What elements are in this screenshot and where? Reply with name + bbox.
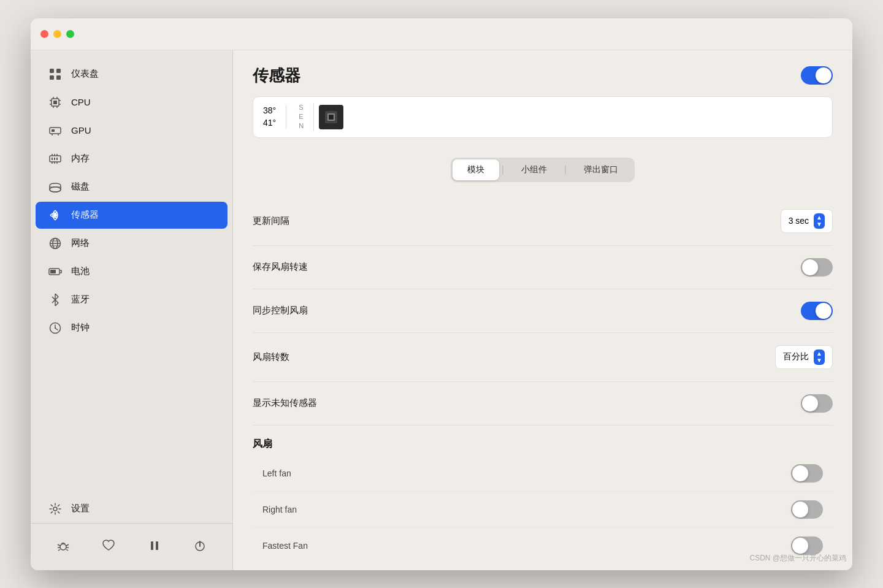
sidebar-item-disk[interactable]: 磁盘 (36, 174, 227, 200)
fan-left-control (791, 464, 823, 483)
fan-fastest-toggle[interactable] (791, 536, 823, 555)
setting-show-unknown-sensor: 显示未知传感器 (253, 382, 833, 426)
power-icon[interactable] (190, 536, 210, 556)
svg-rect-56 (329, 115, 334, 120)
pause-icon[interactable] (145, 536, 164, 556)
sidebar-item-gpu[interactable]: GPU (36, 117, 227, 144)
arrow-down-rpm: ▼ (816, 357, 822, 364)
tab-widget[interactable]: 小组件 (506, 159, 562, 180)
minimize-button[interactable] (53, 30, 61, 38)
update-interval-select[interactable]: 3 sec ▲ ▼ (781, 209, 833, 233)
sidebar-item-gpu-label: GPU (71, 125, 91, 136)
setting-fan-rpm: 风扇转数 百分比 ▲ ▼ (253, 333, 833, 382)
svg-point-41 (55, 327, 56, 329)
svg-point-43 (60, 544, 66, 550)
sidebar: 仪表盘 CPU (31, 50, 233, 570)
fan-right-control (791, 500, 823, 519)
fan-left-toggle[interactable] (791, 464, 823, 483)
memory-icon (48, 151, 63, 166)
fan-rpm-arrows[interactable]: ▲ ▼ (814, 349, 825, 365)
toggle-knob-fan-left (792, 465, 808, 481)
main-window: 仪表盘 CPU (31, 18, 852, 570)
sidebar-item-memory[interactable]: 内存 (36, 145, 227, 172)
sidebar-item-cpu-label: CPU (71, 97, 91, 107)
fan-right: Right fan (253, 492, 833, 528)
sidebar-bottom (31, 523, 232, 560)
clock-icon (48, 321, 63, 335)
svg-rect-3 (56, 75, 61, 80)
bug-icon[interactable] (53, 536, 73, 556)
sidebar-item-clock[interactable]: 时钟 (36, 315, 227, 342)
svg-rect-2 (50, 75, 54, 80)
heart-icon[interactable] (99, 536, 118, 556)
svg-point-30 (53, 213, 57, 217)
save-fan-speed-label: 保存风扇转速 (253, 261, 308, 273)
toggle-knob-unknown-sensor (802, 395, 818, 411)
update-interval-control[interactable]: 3 sec ▲ ▼ (781, 209, 833, 233)
update-interval-label: 更新间隔 (253, 215, 289, 227)
sidebar-item-clock-label: 时钟 (71, 322, 90, 334)
sidebar-item-battery[interactable]: 电池 (36, 258, 227, 285)
svg-line-48 (58, 549, 60, 551)
svg-line-44 (58, 544, 60, 546)
tab-module[interactable]: 模块 (453, 159, 499, 180)
preview-temperature: 38° 41° (263, 105, 286, 129)
tab-separator-1: | (499, 159, 506, 180)
fan-right-toggle[interactable] (791, 500, 823, 519)
tab-bar: 模块 | 小组件 | 弹出窗口 (253, 148, 833, 182)
sidebar-item-settings[interactable]: 设置 (36, 495, 227, 522)
fan-rpm-select[interactable]: 百分比 ▲ ▼ (775, 345, 833, 369)
titlebar (31, 18, 852, 50)
settings-icon (48, 502, 63, 516)
sidebar-item-network[interactable]: 网络 (36, 230, 227, 257)
toggle-knob-fan-speed (802, 259, 818, 275)
sidebar-item-cpu[interactable]: CPU (36, 89, 227, 116)
settings-area: 更新间隔 3 sec ▲ ▼ 保存风扇转速 (233, 182, 852, 570)
arrow-up: ▲ (816, 215, 822, 221)
save-fan-speed-toggle[interactable] (801, 258, 833, 277)
close-button[interactable] (40, 30, 48, 38)
maximize-button[interactable] (66, 30, 74, 38)
fan-rpm-control[interactable]: 百分比 ▲ ▼ (775, 345, 833, 369)
svg-rect-14 (50, 128, 61, 134)
show-unknown-sensor-toggle[interactable] (801, 394, 833, 413)
svg-point-42 (53, 507, 57, 511)
page-title: 传感器 (253, 65, 300, 86)
arrow-down: ▼ (816, 221, 822, 227)
content-area: 传感器 38° 41° S E N (233, 50, 852, 570)
sidebar-item-settings-label: 设置 (71, 503, 90, 514)
tab-separator-2: | (562, 159, 569, 180)
sidebar-item-bluetooth[interactable]: 蓝牙 (36, 286, 227, 313)
tab-popup[interactable]: 弹出窗口 (569, 159, 633, 180)
svg-rect-0 (50, 69, 54, 73)
update-interval-arrows[interactable]: ▲ ▼ (814, 213, 825, 229)
toggle-knob (816, 67, 831, 83)
battery-icon (48, 264, 63, 279)
sidebar-item-sensor-label: 传感器 (71, 209, 99, 221)
setting-update-interval: 更新间隔 3 sec ▲ ▼ (253, 197, 833, 246)
save-fan-speed-control (801, 258, 833, 277)
preview-icon-area: S E N (299, 103, 343, 131)
setting-save-fan-speed: 保存风扇转速 (253, 246, 833, 289)
temp2: 41° (263, 117, 276, 129)
sidebar-item-disk-label: 磁盘 (71, 181, 90, 193)
svg-line-45 (66, 544, 69, 546)
svg-rect-1 (56, 69, 61, 73)
sidebar-item-network-label: 网络 (71, 237, 90, 249)
fan-left: Left fan (253, 456, 833, 492)
sidebar-item-sensor[interactable]: 传感器 (36, 202, 227, 229)
preview-bar: 38° 41° S E N (253, 96, 833, 138)
sidebar-item-dashboard[interactable]: 仪表盘 (36, 61, 227, 88)
bottom-toolbar (31, 531, 232, 560)
traffic-lights (40, 30, 74, 38)
toggle-knob-fan-right (792, 502, 808, 517)
update-interval-value: 3 sec (789, 216, 809, 226)
fan-fastest-label: Fastest Fan (262, 541, 308, 551)
tab-group: 模块 | 小组件 | 弹出窗口 (451, 158, 635, 182)
svg-rect-19 (52, 158, 53, 160)
main-toggle[interactable] (801, 66, 833, 85)
sidebar-item-bluetooth-label: 蓝牙 (71, 294, 90, 305)
setting-sync-fan: 同步控制风扇 (253, 289, 833, 333)
svg-rect-50 (151, 541, 153, 550)
sync-fan-toggle[interactable] (801, 302, 833, 320)
